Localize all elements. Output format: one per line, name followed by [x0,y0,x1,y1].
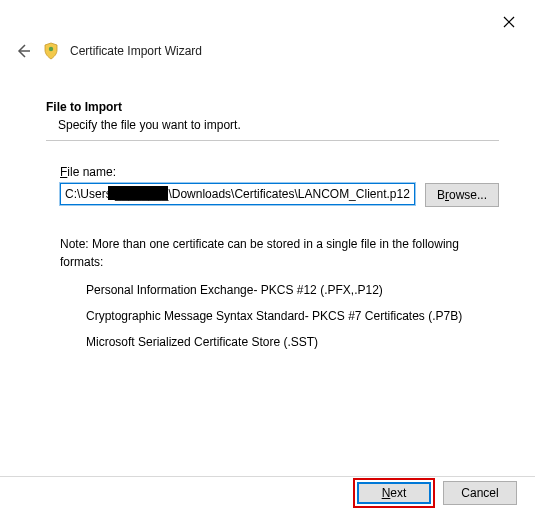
browse-button[interactable]: Browse... [425,183,499,207]
close-icon[interactable] [499,12,519,32]
content-area: File to Import Specify the file you want… [46,100,499,361]
note-lead: Note: More than one certificate can be s… [60,235,499,271]
note-item: Personal Information Exchange- PKCS #12 … [86,283,499,297]
button-row: Next Cancel [353,478,517,508]
cancel-button[interactable]: Cancel [443,481,517,505]
section-heading: File to Import [46,100,499,114]
note-item: Microsoft Serialized Certificate Store (… [86,335,499,349]
back-arrow-icon[interactable] [14,42,32,60]
next-button-highlight: Next [353,478,435,508]
footer-divider [0,476,535,477]
filename-label: File name: [60,165,499,179]
next-button[interactable]: Next [357,482,431,504]
wizard-header: Certificate Import Wizard [14,42,202,60]
section-subtext: Specify the file you want to import. [58,118,499,132]
section-divider [46,140,499,141]
filename-input[interactable] [60,183,415,205]
wizard-title: Certificate Import Wizard [70,44,202,58]
certificate-shield-icon [42,42,60,60]
note-item: Cryptographic Message Syntax Standard- P… [86,309,499,323]
svg-point-3 [49,47,53,51]
